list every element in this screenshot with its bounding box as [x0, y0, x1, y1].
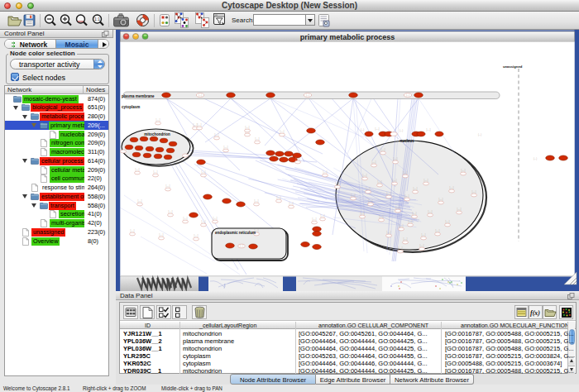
- svg-text:[..-..]: [..-..]: [403, 171, 407, 174]
- svg-text:(-..): (-..): [534, 157, 537, 160]
- svg-text:[..-..]: [..-..]: [380, 148, 385, 151]
- svg-text:(-..): (-..): [478, 133, 481, 136]
- svg-text:[..-..]: [..-..]: [276, 196, 280, 199]
- svg-text:[..-..]: [..-..]: [412, 212, 416, 215]
- svg-text:[..-..]: [..-..]: [289, 202, 293, 205]
- svg-text:primary metabolic process: primary metabolic process: [300, 33, 395, 41]
- svg-text:[..-..]: [..-..]: [398, 246, 402, 250]
- svg-text:(-..): (-..): [361, 128, 364, 131]
- svg-text:[..-..]: [..-..]: [159, 233, 163, 237]
- svg-text:[..-..]: [..-..]: [201, 170, 205, 174]
- svg-text:unassigned: unassigned: [503, 65, 523, 69]
- svg-text:[..-..]: [..-..]: [421, 233, 425, 237]
- svg-text:[..-..]: [..-..]: [377, 180, 381, 184]
- svg-text:[..-..]: [..-..]: [254, 199, 258, 203]
- svg-text:[..-..]: [..-..]: [213, 217, 217, 220]
- svg-text:[..-..]: [..-..]: [449, 186, 453, 189]
- svg-text:[..-..]: [..-..]: [165, 184, 170, 188]
- svg-text:[..-..]: [..-..]: [351, 194, 355, 197]
- svg-text:[..-..]: [..-..]: [197, 123, 201, 127]
- svg-text:endoplasmic reticulum: endoplasmic reticulum: [215, 231, 256, 235]
- svg-text:[..-..]: [..-..]: [457, 208, 461, 211]
- svg-text:[..-..]: [..-..]: [371, 160, 376, 164]
- svg-text:[..-..]: [..-..]: [375, 127, 379, 131]
- svg-text:[..-..]: [..-..]: [408, 220, 412, 223]
- svg-text:[..-..]: [..-..]: [395, 206, 400, 209]
- svg-text:[..-..]: [..-..]: [393, 157, 397, 160]
- svg-text:[..-..]: [..-..]: [392, 179, 396, 182]
- svg-text:(-..): (-..): [306, 93, 309, 97]
- svg-text:[..-..]: [..-..]: [366, 187, 370, 190]
- svg-text:[..-..]: [..-..]: [194, 234, 198, 237]
- svg-text:[..-..]: [..-..]: [156, 118, 160, 122]
- svg-text:[..-..]: [..-..]: [153, 170, 157, 174]
- svg-text:[..-..]: [..-..]: [403, 237, 407, 241]
- svg-text:[..-..]: [..-..]: [280, 130, 284, 133]
- svg-text:[..-..]: [..-..]: [428, 210, 432, 213]
- svg-text:[..-..]: [..-..]: [320, 214, 324, 218]
- svg-text:[..-..]: [..-..]: [137, 199, 141, 203]
- svg-text:(-..): (-..): [406, 93, 409, 97]
- svg-text:[..-..]: [..-..]: [135, 168, 139, 171]
- svg-text:(-..): (-..): [199, 93, 202, 97]
- svg-text:[..-..]: [..-..]: [130, 229, 134, 232]
- svg-text:[..-..]: [..-..]: [312, 218, 316, 221]
- svg-text:[..-..]: [..-..]: [419, 244, 423, 247]
- svg-text:[..-..]: [..-..]: [323, 170, 327, 174]
- svg-text:[..-..]: [..-..]: [413, 187, 417, 190]
- svg-text:mitochondrion: mitochondrion: [144, 132, 170, 136]
- svg-text:[..-..]: [..-..]: [360, 212, 364, 215]
- svg-text:[..-..]: [..-..]: [404, 194, 409, 198]
- svg-text:[..-..]: [..-..]: [335, 182, 339, 185]
- svg-text:[..-..]: [..-..]: [255, 137, 259, 141]
- svg-text:(-..): (-..): [400, 129, 403, 132]
- svg-text:1:1: 1:1: [94, 17, 100, 22]
- svg-text:plasma membrane: plasma membrane: [122, 94, 155, 98]
- svg-text:[..-..]: [..-..]: [168, 210, 172, 213]
- svg-text:[..-..]: [..-..]: [435, 229, 439, 232]
- svg-text:[..-..]: [..-..]: [368, 199, 372, 203]
- svg-text:[..-..]: [..-..]: [461, 169, 465, 172]
- svg-text:cytoplasm: cytoplasm: [122, 105, 140, 109]
- svg-text:[..-..]: [..-..]: [201, 220, 205, 223]
- svg-text:[..-..]: [..-..]: [399, 224, 403, 227]
- svg-text:nucleus: nucleus: [400, 139, 414, 143]
- svg-text:[..-..]: [..-..]: [379, 215, 383, 218]
- svg-text:[..-..]: [..-..]: [438, 198, 443, 201]
- svg-text:[..-..]: [..-..]: [386, 192, 390, 195]
- svg-text:[..-..]: [..-..]: [362, 174, 366, 177]
- svg-text:[..-..]: [..-..]: [423, 179, 428, 182]
- svg-text:[..-..]: [..-..]: [386, 231, 390, 234]
- svg-text:[..-..]: [..-..]: [295, 157, 299, 160]
- svg-text:[..-..]: [..-..]: [214, 133, 218, 136]
- svg-text:[..-..]: [..-..]: [245, 126, 249, 129]
- svg-text:f(x): f(x): [530, 309, 540, 317]
- svg-text:[..-..]: [..-..]: [445, 220, 449, 223]
- svg-text:[..-..]: [..-..]: [223, 146, 227, 149]
- svg-text:[..-..]: [..-..]: [183, 217, 187, 220]
- svg-text:[..-..]: [..-..]: [426, 128, 430, 131]
- svg-text:[..-..]: [..-..]: [471, 190, 476, 194]
- svg-text:(-..): (-..): [240, 244, 243, 247]
